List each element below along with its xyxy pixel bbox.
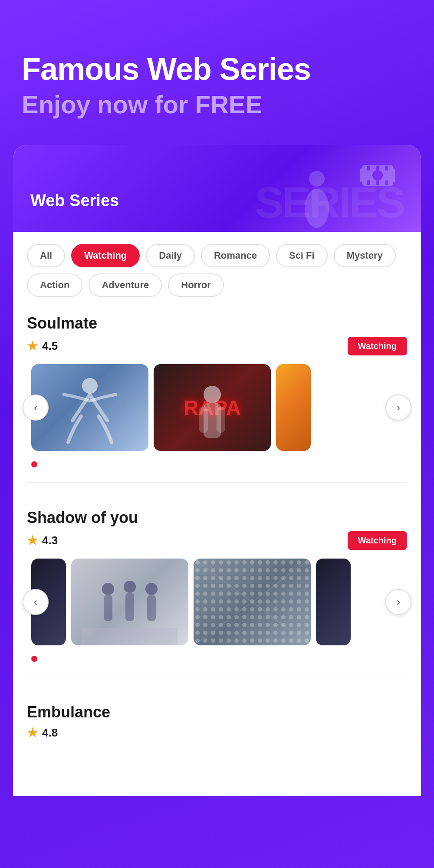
filter-btn-watching[interactable]: Watching bbox=[71, 244, 140, 267]
embulance-rating-value: 4.8 bbox=[42, 726, 58, 740]
person-silhouette-icon bbox=[299, 169, 334, 232]
soulmate-next-button[interactable]: › bbox=[385, 395, 411, 421]
hero-title: Famous Web Series bbox=[22, 52, 412, 86]
svg-rect-23 bbox=[82, 628, 178, 645]
hero-subtitle: Enjoy now for FREE bbox=[22, 90, 412, 119]
series-shadow-meta: ★ 4.3 Watching bbox=[27, 531, 407, 550]
svg-rect-20 bbox=[125, 593, 134, 621]
series-embulance: Embulance ★ 4.8 bbox=[13, 690, 421, 740]
svg-rect-4 bbox=[367, 166, 370, 171]
series-shadow-rating: ★ 4.3 bbox=[27, 533, 58, 548]
filter-btn-sci-fi[interactable]: Sci Fi bbox=[276, 244, 328, 267]
soulmate-image-2: RAPA bbox=[154, 364, 271, 451]
filter-btn-action[interactable]: Action bbox=[27, 273, 82, 297]
soulmate-image-1 bbox=[31, 364, 148, 451]
series-embulance-meta: ★ 4.8 bbox=[27, 726, 407, 740]
svg-point-11 bbox=[305, 189, 329, 228]
filter-btn-horror[interactable]: Horror bbox=[168, 273, 224, 297]
soulmate-carousel-dot bbox=[31, 461, 37, 467]
shadow-images bbox=[27, 559, 407, 645]
divider-1 bbox=[13, 469, 421, 483]
filter-btn-romance[interactable]: Romance bbox=[201, 244, 270, 267]
series-shadow-title: Shadow of you bbox=[27, 509, 407, 527]
shadow-carousel: ‹ bbox=[27, 559, 407, 645]
svg-point-10 bbox=[309, 171, 325, 187]
svg-rect-22 bbox=[147, 595, 156, 621]
star-icon-2: ★ bbox=[27, 533, 38, 548]
film-icon bbox=[360, 158, 395, 194]
svg-rect-9 bbox=[385, 180, 388, 185]
svg-rect-5 bbox=[376, 166, 379, 171]
shadow-carousel-dot bbox=[31, 656, 37, 662]
series-embulance-title: Embulance bbox=[27, 703, 407, 721]
shadow-rating-value: 4.3 bbox=[42, 534, 58, 547]
series-soulmate-rating: ★ 4.5 bbox=[27, 339, 58, 353]
shadow-image-2 bbox=[194, 559, 311, 645]
series-embulance-rating: ★ 4.8 bbox=[27, 726, 58, 740]
series-soulmate-title: Soulmate bbox=[27, 314, 407, 332]
svg-rect-6 bbox=[385, 166, 388, 171]
svg-point-19 bbox=[124, 581, 136, 593]
svg-point-13 bbox=[204, 386, 221, 403]
svg-rect-2 bbox=[390, 168, 395, 182]
series-soulmate: Soulmate ★ 4.5 Watching ‹ bbox=[13, 301, 421, 469]
card-header: SERIES Web Series bbox=[13, 145, 421, 232]
soulmate-images: RAPA bbox=[27, 364, 407, 451]
divider-2 bbox=[13, 664, 421, 677]
soulmate-image-3 bbox=[276, 364, 311, 451]
soulmate-prev-button[interactable]: ‹ bbox=[23, 395, 49, 421]
series-soulmate-meta: ★ 4.5 Watching bbox=[27, 337, 407, 355]
filter-btn-mystery[interactable]: Mystery bbox=[334, 244, 396, 267]
rating-value: 4.5 bbox=[42, 339, 58, 353]
main-card: SERIES Web Series bbox=[13, 145, 421, 796]
svg-point-17 bbox=[102, 583, 114, 595]
filter-btn-daily[interactable]: Daily bbox=[146, 244, 195, 267]
filter-btn-adventure[interactable]: Adventure bbox=[89, 273, 162, 297]
svg-point-21 bbox=[145, 583, 158, 595]
shadow-image-1 bbox=[71, 559, 188, 645]
section-title: Web Series bbox=[30, 191, 119, 210]
svg-point-12 bbox=[82, 378, 98, 394]
svg-rect-18 bbox=[104, 595, 112, 621]
series-shadow: Shadow of you ★ 4.3 Watching ‹ bbox=[13, 496, 421, 664]
svg-point-3 bbox=[372, 170, 383, 181]
star-icon-3: ★ bbox=[27, 726, 38, 740]
shadow-next-button[interactable]: › bbox=[385, 589, 411, 615]
star-icon: ★ bbox=[27, 339, 38, 353]
soulmate-carousel: ‹ RAPA bbox=[27, 364, 407, 451]
shadow-prev-button[interactable]: ‹ bbox=[23, 589, 49, 615]
hero-section: Famous Web Series Enjoy now for FREE bbox=[0, 0, 434, 145]
filter-section: AllWatchingDailyRomanceSci FiMysteryActi… bbox=[13, 232, 421, 301]
filter-btn-all[interactable]: All bbox=[27, 244, 65, 267]
svg-rect-1 bbox=[360, 168, 365, 182]
watching-badge-soulmate[interactable]: Watching bbox=[348, 337, 407, 355]
svg-rect-15 bbox=[199, 407, 208, 433]
watching-badge-shadow[interactable]: Watching bbox=[348, 531, 407, 550]
svg-rect-8 bbox=[376, 180, 379, 185]
svg-rect-16 bbox=[217, 407, 225, 433]
svg-rect-7 bbox=[367, 180, 370, 185]
shadow-image-3 bbox=[316, 559, 351, 645]
